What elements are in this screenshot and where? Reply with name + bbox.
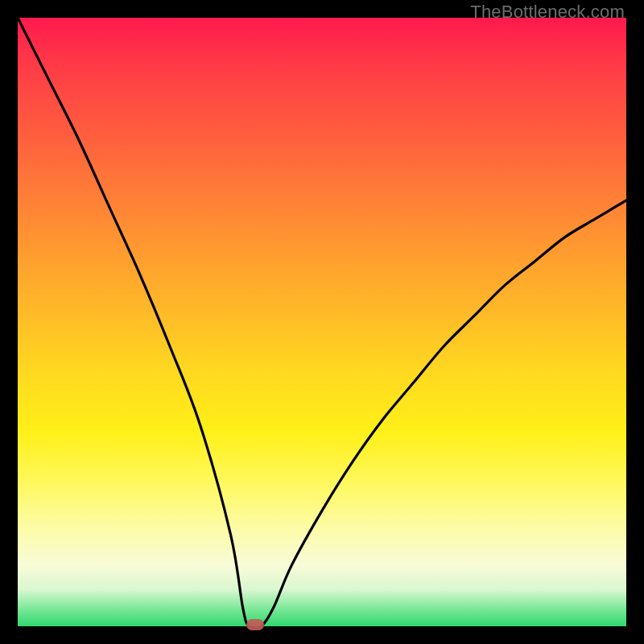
outer-frame: TheBottleneck.com: [0, 0, 644, 644]
plot-area: [18, 18, 626, 626]
bottleneck-curve: [18, 18, 626, 626]
bottleneck-marker: [246, 619, 264, 630]
